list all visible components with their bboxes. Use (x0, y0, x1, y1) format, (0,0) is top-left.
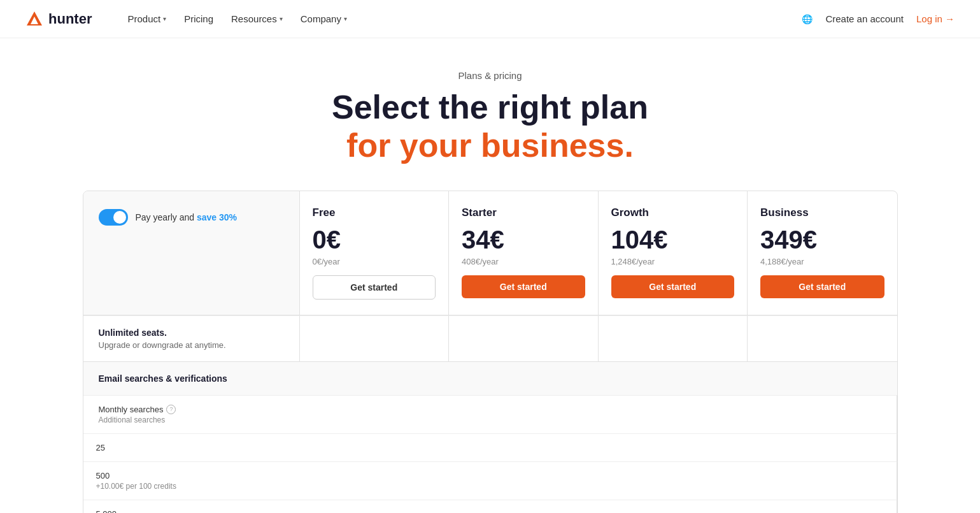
plan-year-growth: 1,248€/year (611, 257, 735, 266)
hunter-logo-icon (25, 10, 43, 28)
plan-price-business: 349€ (760, 226, 884, 254)
searches-val-starter: 500 +10.00€ per 100 credits (83, 461, 897, 500)
globe-icon[interactable]: 🌐 (802, 14, 813, 24)
plan-name-free: Free (313, 206, 436, 219)
hero-section: Plans & pricing Select the right plan fo… (0, 38, 980, 191)
hero-title: Select the right plan for your business. (13, 89, 967, 165)
unlimited-business (748, 315, 897, 361)
toggle-slider (99, 209, 128, 226)
hero-title-line1: Select the right plan (332, 89, 648, 126)
logo-text: hunter (48, 11, 92, 27)
plan-year-business: 4,188€/year (760, 257, 884, 266)
pricing-section: Pay yearly and save 30% Free 0€ 0€/year … (45, 191, 936, 513)
pricing-header-row: Pay yearly and save 30% Free 0€ 0€/year … (83, 191, 897, 315)
upgrade-label: Upgrade or downgrade at anytime. (99, 340, 284, 350)
nav-company[interactable]: Company ▾ (301, 13, 347, 24)
yearly-toggle[interactable] (99, 209, 128, 226)
plan-col-starter: Starter 34€ 408€/year Get started (449, 191, 599, 315)
toggle-label: Pay yearly and save 30% (136, 212, 238, 222)
navbar: hunter Product ▾ Pricing Resources ▾ Com… (0, 0, 980, 38)
plan-year-starter: 408€/year (462, 257, 585, 266)
save-badge: save 30% (197, 212, 237, 222)
searches-sub-label: Additional searches (99, 415, 881, 424)
product-chevron-icon: ▾ (163, 15, 166, 22)
toggle-row: Pay yearly and save 30% (99, 209, 284, 226)
create-account-link[interactable]: Create an account (825, 13, 904, 24)
nav-resources[interactable]: Resources ▾ (231, 13, 283, 24)
searches-val-free: 25 (83, 433, 897, 461)
section-header-searches: Email searches & verifications (83, 361, 897, 395)
plan-year-free: 0€/year (313, 257, 436, 266)
feature-label-searches: Monthly searches ? Additional searches (83, 395, 897, 433)
plan-col-business: Business 349€ 4,188€/year Get started (748, 191, 897, 315)
hero-title-line2: for your business. (346, 127, 634, 164)
unlimited-free (300, 315, 450, 361)
cta-business[interactable]: Get started (760, 275, 884, 298)
plan-name-business: Business (760, 206, 884, 219)
plan-name-growth: Growth (611, 206, 735, 219)
unlimited-starter (449, 315, 599, 361)
unlimited-growth (599, 315, 748, 361)
plan-price-growth: 104€ (611, 226, 735, 254)
plan-col-growth: Growth 104€ 1,248€/year Get started (599, 191, 748, 315)
nav-pricing[interactable]: Pricing (184, 13, 213, 24)
nav-left: hunter Product ▾ Pricing Resources ▾ Com… (25, 10, 347, 28)
login-link[interactable]: Log in → (916, 13, 955, 24)
plan-price-free: 0€ (313, 226, 436, 254)
searches-val-growth: 5,000 +3.00€ per 100 credits (83, 500, 897, 513)
pricing-table: Pay yearly and save 30% Free 0€ 0€/year … (83, 191, 898, 513)
unlimited-row: Unlimited seats. Upgrade or downgrade at… (83, 315, 897, 361)
info-icon-searches[interactable]: ? (166, 405, 176, 414)
nav-links: Product ▾ Pricing Resources ▾ Company ▾ (127, 13, 346, 24)
plan-price-starter: 34€ (462, 226, 585, 254)
nav-right: 🌐 Create an account Log in → (802, 13, 955, 24)
nav-product[interactable]: Product ▾ (127, 13, 166, 24)
billing-toggle-col: Pay yearly and save 30% (83, 191, 300, 315)
cta-free[interactable]: Get started (313, 275, 436, 300)
hero-subtitle: Plans & pricing (13, 70, 967, 81)
cta-growth[interactable]: Get started (611, 275, 735, 298)
unlimited-col: Unlimited seats. Upgrade or downgrade at… (83, 315, 300, 361)
company-chevron-icon: ▾ (344, 15, 347, 22)
cta-starter[interactable]: Get started (462, 275, 585, 298)
unlimited-label: Unlimited seats. (99, 328, 284, 338)
resources-chevron-icon: ▾ (280, 15, 283, 22)
plan-name-starter: Starter (462, 206, 585, 219)
plan-col-free: Free 0€ 0€/year Get started (300, 191, 450, 315)
logo[interactable]: hunter (25, 10, 92, 28)
